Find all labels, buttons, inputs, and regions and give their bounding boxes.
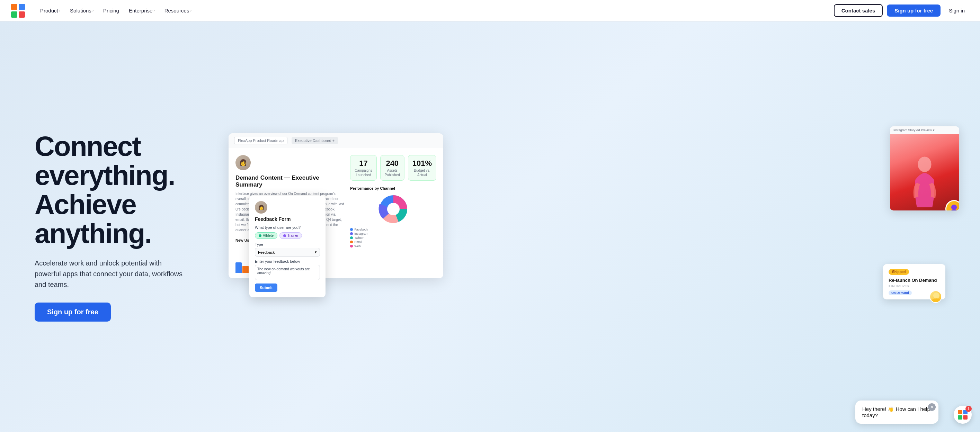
chip-trainer[interactable]: Trainer: [280, 232, 302, 239]
svg-point-8: [950, 210, 959, 210]
svg-point-5: [387, 203, 399, 215]
signup-hero-button[interactable]: Sign up for free: [35, 303, 111, 322]
feedback-chips: Athlete Trainer: [255, 232, 320, 239]
db-tab-2[interactable]: Executive Dashboard +: [291, 137, 338, 144]
shipped-avatar-svg: [930, 291, 942, 303]
legend-email: Email: [350, 240, 368, 244]
ig-title: Instagram Story Ad Preview ▾: [893, 129, 935, 132]
feedback-textarea[interactable]: The new on-demand workouts are amazing!: [255, 265, 320, 280]
hero-subtext: Accelerate work and unlock potential wit…: [35, 258, 183, 290]
nav-product-label: Product: [40, 8, 58, 14]
pie-chart-area: Performance by Channel: [350, 186, 436, 273]
chip-dot-athlete: [259, 234, 261, 237]
svg-point-9: [933, 292, 940, 299]
nav-resources-label: Resources: [164, 8, 189, 14]
nav-pricing[interactable]: Pricing: [99, 6, 123, 16]
signin-link[interactable]: Sign in: [945, 6, 969, 16]
svg-rect-2: [11, 11, 18, 17]
feedback-submit-button[interactable]: Submit: [255, 284, 277, 292]
shipped-avatar: [929, 291, 942, 303]
feedback-question: What type of user are you?: [255, 226, 320, 230]
ig-topbar: Instagram Story Ad Preview ▾: [890, 126, 959, 134]
bar-q1-blue: [235, 262, 242, 273]
nav-solutions-chevron: ›: [92, 9, 94, 13]
nav-solutions-label: Solutions: [70, 8, 91, 14]
legend-dot-email: [350, 241, 353, 243]
feedback-type-select[interactable]: Feedback ▾: [255, 248, 320, 256]
legend-web: Web: [350, 245, 368, 248]
chip-athlete-label: Athlete: [263, 233, 274, 237]
feedback-avatar: 👩: [255, 201, 267, 214]
nav-pricing-label: Pricing: [103, 8, 119, 14]
legend-dot-facebook: [350, 228, 353, 231]
legend-label-email: Email: [354, 240, 362, 244]
svg-rect-14: [963, 415, 967, 419]
stat-label-1b: Launched: [355, 173, 372, 177]
legend-instagram: Instagram: [350, 232, 368, 235]
avatar: 👩: [235, 155, 251, 170]
chip-dot-trainer: [283, 234, 286, 237]
on-demand-badge: On Demand: [889, 291, 912, 295]
stat-label-2b: Published: [385, 173, 400, 177]
nav-product[interactable]: Product ›: [36, 6, 64, 16]
shipped-title: Re-launch On Demand: [889, 278, 940, 283]
pie-legend: Facebook Instagram Twitter: [350, 228, 368, 248]
stat-num-1: 17: [355, 159, 372, 168]
dashboard-title: Demand Content — Executive Summary: [235, 175, 345, 188]
nav-solutions[interactable]: Solutions ›: [66, 6, 98, 16]
chat-message: Hey there! 👋 How can I help today?: [862, 406, 932, 418]
svg-point-7: [951, 205, 957, 210]
hero-line1: Connect: [35, 131, 141, 162]
svg-rect-11: [958, 410, 963, 415]
legend-facebook: Facebook: [350, 228, 368, 231]
stat-label-3b: Actual: [412, 173, 432, 177]
chat-badge: 1: [966, 406, 972, 412]
ig-person-svg: [911, 155, 939, 210]
dashboard-stats: 17 Campaigns Launched 240 Assets Publish…: [350, 155, 436, 181]
bar-q1-orange: [242, 266, 249, 273]
stat-label-1a: Campaigns: [355, 168, 372, 172]
chip-athlete[interactable]: Athlete: [255, 232, 277, 239]
legend-dot-instagram: [350, 232, 353, 235]
stat-assets: 240 Assets Published: [380, 155, 404, 181]
feedback-type-label: Type: [255, 242, 320, 246]
dashboard-topbar: FlexApp Product Roadmap Executive Dashbo…: [229, 133, 443, 148]
legend-dot-web: [350, 245, 353, 248]
stat-campaigns: 17 Campaigns Launched: [350, 155, 377, 181]
nav-actions: Contact sales Sign up for free Sign in: [834, 4, 969, 17]
feedback-type-value: Feedback: [258, 250, 275, 254]
chat-close-button[interactable]: ✕: [928, 403, 935, 411]
signup-nav-button[interactable]: Sign up for free: [887, 5, 940, 17]
svg-rect-3: [19, 11, 25, 17]
chat-bubble: ✕ Hey there! 👋 How can I help today?: [855, 400, 939, 424]
pie-chart-svg: [376, 192, 411, 226]
contact-sales-button[interactable]: Contact sales: [834, 4, 883, 17]
avatar-placeholder: 👩: [235, 155, 251, 170]
chat-widget: ✕ Hey there! 👋 How can I help today?: [855, 400, 939, 424]
nav-enterprise[interactable]: Enterprise ›: [125, 6, 159, 16]
svg-point-10: [931, 299, 942, 303]
feedback-title: Feedback Form: [255, 216, 320, 222]
shipped-subtitle: ≡ INITIATIVES: [889, 284, 940, 287]
stat-num-2: 240: [385, 159, 400, 168]
pie-chart-title: Performance by Channel: [350, 186, 395, 191]
nav-links: Product › Solutions › Pricing Enterprise…: [36, 6, 834, 16]
feedback-textarea-label: Enter your feedback below: [255, 259, 320, 264]
legend-label-twitter: Twitter: [354, 236, 364, 240]
chat-launcher-icon: [958, 410, 967, 419]
feedback-avatar-row: 👩: [255, 201, 320, 214]
svg-rect-1: [19, 4, 25, 10]
db-tab-1[interactable]: FlexApp Product Roadmap: [234, 137, 288, 145]
chat-launcher-button[interactable]: 1: [954, 406, 972, 424]
logo[interactable]: [11, 4, 25, 17]
ig-person-bg: [890, 134, 959, 210]
svg-rect-0: [11, 4, 18, 10]
feedback-type-chevron: ▾: [315, 250, 317, 254]
legend-label-web: Web: [354, 245, 361, 248]
nav-enterprise-chevron: ›: [153, 9, 154, 13]
svg-point-6: [918, 156, 931, 172]
legend-dot-twitter: [350, 237, 353, 239]
svg-rect-13: [958, 415, 963, 419]
hero-illustration: FlexApp Product Roadmap Executive Dashbo…: [229, 126, 952, 327]
nav-resources[interactable]: Resources ›: [160, 6, 196, 16]
